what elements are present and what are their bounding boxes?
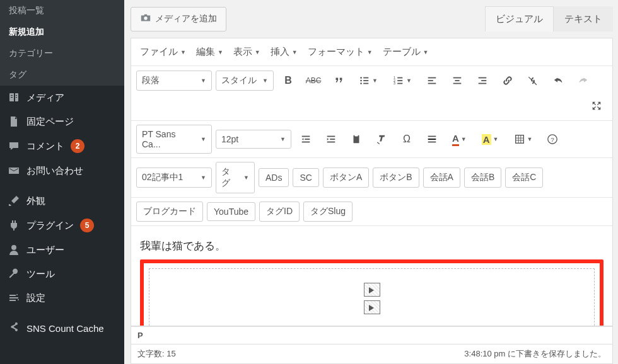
pill-button-b[interactable]: ボタンB (373, 168, 419, 188)
editor-toolbar: ファイル▼ 編集▼ 表示▼ 挿入▼ フォーマット▼ テーブル▼ 段落▼ スタイル… (131, 38, 613, 226)
svg-rect-25 (330, 139, 335, 140)
indent-button[interactable] (320, 128, 342, 150)
blockquote-button[interactable] (328, 70, 349, 91)
pill-button-a[interactable]: ボタンA (323, 168, 369, 188)
media-icon (8, 91, 20, 104)
style-select[interactable]: スタイル▼ (216, 71, 274, 91)
pill-tag-id[interactable]: タグID (259, 202, 300, 222)
sidebar-item-media[interactable]: メディア (0, 86, 124, 110)
add-media-button[interactable]: メディアを追加 (131, 7, 226, 31)
bullet-list-button[interactable]: ▼ (353, 70, 383, 91)
pill-conv-c[interactable]: 会話C (505, 168, 543, 188)
pill-youtube[interactable]: YouTube (207, 202, 255, 221)
hr-button[interactable] (421, 128, 443, 150)
redo-button[interactable] (573, 70, 594, 91)
sidebar-item-users[interactable]: ユーザー (0, 238, 124, 262)
sidebar-sub-posts-add[interactable]: 新規追加 (0, 21, 124, 43)
align-center-button[interactable] (446, 70, 468, 91)
svg-rect-17 (453, 83, 462, 84)
text-color-button[interactable]: A▼ (446, 128, 472, 150)
menu-file[interactable]: ファイル▼ (136, 43, 190, 60)
clear-format-button[interactable] (371, 128, 392, 150)
svg-rect-18 (479, 77, 487, 79)
mail-icon (8, 164, 20, 177)
table-button[interactable]: ▼ (508, 128, 539, 150)
paragraph-select[interactable]: 段落▼ (136, 71, 212, 91)
sidebar-item-plugins[interactable]: プラグイン 5 (0, 213, 124, 238)
svg-rect-21 (302, 136, 310, 137)
user-icon (8, 244, 20, 256)
svg-rect-5 (363, 83, 368, 84)
outdent-button[interactable] (295, 128, 317, 150)
undo-button[interactable] (547, 70, 569, 91)
font-size-select[interactable]: 12pt▼ (216, 130, 291, 149)
element-path[interactable]: P (137, 331, 143, 340)
menu-format[interactable]: フォーマット▼ (304, 43, 376, 60)
sidebar-item-label: 固定ページ (26, 116, 74, 128)
help-button[interactable]: ? (542, 128, 563, 150)
editor-content-area[interactable]: 我輩は猫である。 実は犬でした。 (131, 226, 613, 326)
pill-conv-b[interactable]: 会話B (464, 168, 501, 188)
pill-tag-slug[interactable]: タグSlug (303, 202, 353, 222)
sidebar-item-sns-count-cache[interactable]: SNS Count Cache (0, 316, 124, 340)
plugins-count-badge: 5 (80, 219, 94, 232)
sidebar-item-contact[interactable]: お問い合わせ (0, 159, 124, 183)
sidebar-sub-tags[interactable]: タグ (0, 64, 124, 86)
svg-text:3: 3 (394, 81, 395, 85)
sidebar-item-pages[interactable]: 固定ページ (0, 110, 124, 134)
svg-rect-1 (363, 77, 368, 79)
svg-rect-7 (397, 77, 402, 79)
menu-table[interactable]: テーブル▼ (379, 43, 433, 60)
svg-rect-9 (397, 80, 402, 81)
sidebar-item-settings[interactable]: 設定 (0, 286, 124, 310)
special-char-button[interactable]: Ω (396, 128, 417, 150)
menu-insert[interactable]: 挿入▼ (267, 43, 301, 60)
word-count: 文字数: 15 (137, 348, 176, 360)
sidebar-item-tools[interactable]: ツール (0, 262, 124, 286)
sidebar-item-appearance[interactable]: 外観 (0, 189, 124, 213)
camera-music-icon (140, 13, 151, 26)
align-left-button[interactable] (421, 70, 443, 91)
numbered-list-button[interactable]: 123▼ (387, 70, 417, 91)
svg-point-2 (360, 80, 362, 82)
strikethrough-button[interactable]: ABC (303, 70, 324, 91)
sidebar-item-label: お問い合わせ (26, 165, 83, 177)
pill-conv-a[interactable]: 会話A (423, 168, 460, 188)
embed-placeholder-box[interactable] (149, 268, 595, 326)
svg-rect-15 (453, 77, 462, 79)
bold-button[interactable]: B (277, 70, 299, 91)
svg-rect-20 (479, 83, 487, 84)
editor-main: メディアを追加 ビジュアル テキスト ファイル▼ 編集▼ 表示▼ 挿入▼ フォー… (124, 0, 618, 364)
pill-ads[interactable]: ADs (259, 168, 289, 187)
pill-sc[interactable]: SC (293, 168, 318, 187)
pill-blogcard[interactable]: ブログカード (136, 202, 203, 222)
tab-text[interactable]: テキスト (554, 6, 613, 31)
sidebar-sub-posts-list[interactable]: 投稿一覧 (0, 0, 124, 21)
svg-rect-26 (327, 142, 335, 143)
highlight-color-button[interactable]: A▼ (476, 128, 504, 150)
paste-text-button[interactable] (346, 128, 367, 150)
wrench-icon (8, 268, 20, 280)
tab-visual[interactable]: ビジュアル (485, 6, 554, 31)
svg-rect-29 (428, 136, 436, 137)
align-right-button[interactable] (472, 70, 493, 91)
sidebar-item-label: ツール (26, 268, 55, 280)
fullscreen-button[interactable] (586, 95, 607, 117)
menu-edit[interactable]: 編集▼ (192, 43, 227, 60)
menu-view[interactable]: 表示▼ (230, 43, 264, 60)
svg-rect-11 (397, 83, 402, 84)
sidebar-item-label: SNS Count Cache (26, 323, 104, 334)
link-button[interactable] (497, 70, 518, 91)
sidebar-item-label: 設定 (26, 292, 45, 304)
font-family-select[interactable]: PT Sans Ca...▼ (136, 125, 212, 154)
tag-select[interactable]: タグ▼ (216, 162, 255, 193)
svg-point-4 (360, 82, 362, 84)
editor-statusbar: P (131, 326, 613, 344)
settings-icon (8, 292, 20, 304)
article-template-select[interactable]: 02記事中1▼ (136, 168, 212, 188)
svg-rect-14 (428, 83, 436, 84)
sidebar-sub-categories[interactable]: カテゴリー (0, 43, 124, 64)
sidebar-item-comments[interactable]: コメント 2 (0, 134, 124, 159)
unlink-button[interactable] (522, 70, 544, 91)
autosave-status: 3:48:10 pm に下書きを保存しました。 (464, 348, 606, 360)
